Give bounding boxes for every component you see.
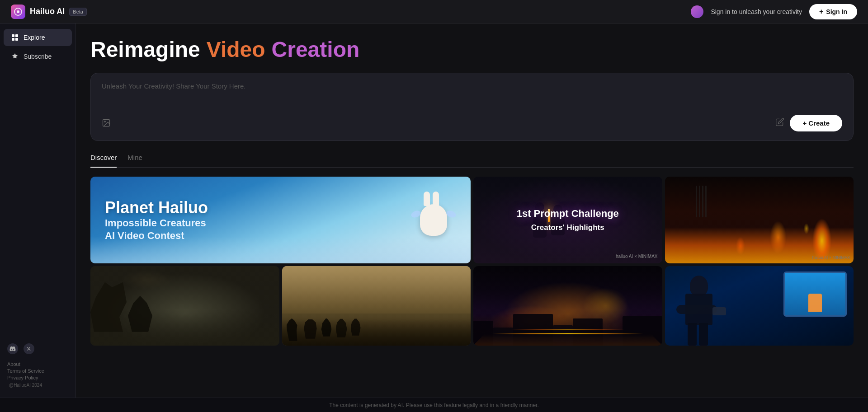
- footer-terms[interactable]: Terms of Service: [7, 368, 68, 374]
- edit-icon-button[interactable]: [775, 117, 784, 129]
- creature-2: [127, 296, 154, 332]
- battle-figures: [90, 282, 279, 332]
- challenge-title: 1st Prompt Challenge: [481, 208, 655, 220]
- prompt-actions: + Create: [102, 115, 842, 131]
- card-cavalry[interactable]: [282, 266, 471, 346]
- game-character: [808, 294, 822, 312]
- fire-brand-text: hailuo AI × MINIMAX: [812, 255, 850, 260]
- sidebar-item-explore-label: Explore: [24, 34, 45, 41]
- header: Hailuo AI Beta Sign in to unleash your c…: [0, 0, 868, 23]
- boy-leg-2: [699, 323, 708, 346]
- rider-5: [351, 318, 361, 336]
- card-city-night[interactable]: [473, 266, 662, 346]
- header-left: Hailuo AI Beta: [11, 5, 87, 19]
- sidebar-item-subscribe-label: Subscribe: [24, 53, 52, 60]
- tab-discover[interactable]: Discover: [90, 154, 117, 168]
- headline-reimagine: Reimagine: [90, 38, 200, 62]
- light-streak-2: [511, 329, 625, 330]
- rider-2: [304, 318, 317, 339]
- sign-in-button[interactable]: Sign In: [809, 4, 857, 19]
- footer-bar: The content is generated by AI. Please u…: [0, 398, 868, 412]
- discord-icon[interactable]: [7, 343, 18, 354]
- header-right: Sign in to unleash your creativity Sign …: [691, 4, 857, 19]
- headline-video: Video: [207, 38, 265, 62]
- road-lights: [473, 334, 662, 346]
- game-screen: [783, 272, 847, 317]
- beta-badge: Beta: [69, 8, 87, 16]
- tabs: Discover Mine: [90, 154, 854, 168]
- user-avatar-icon: [691, 5, 703, 18]
- planet-hailuo-subtitle1: Impossible Creatures: [105, 217, 208, 230]
- bunny-wings: [411, 211, 456, 220]
- rider-1: [287, 318, 300, 341]
- footer-about[interactable]: About: [7, 361, 68, 367]
- cavalry-riders: [282, 300, 471, 346]
- tab-mine[interactable]: Mine: [127, 154, 142, 168]
- twitter-x-icon[interactable]: [24, 343, 34, 354]
- boy-arms: [676, 305, 717, 314]
- rider-4: [336, 318, 347, 337]
- headline-creation: Creation: [272, 38, 360, 62]
- boy-leg-1: [688, 323, 697, 346]
- light-streak-1: [492, 333, 643, 334]
- challenge-branding: hailuo AI × MINIMAX: [616, 254, 658, 259]
- copyright: @HailuoAI 2024: [7, 382, 68, 389]
- sidebar-top: Explore Subscribe: [0, 29, 75, 65]
- star-icon: [11, 52, 19, 61]
- svg-point-1: [17, 10, 19, 13]
- wing-right: [445, 209, 457, 219]
- boy-head: [690, 276, 708, 296]
- headline: Reimagine Video Creation: [90, 38, 854, 62]
- controller: [712, 307, 726, 315]
- logo-icon: [11, 5, 25, 19]
- video-grid: Planet Hailuo Impossible Creatures AI Vi…: [90, 177, 854, 346]
- prompt-area: + Create: [90, 73, 854, 141]
- footer-notice: The content is generated by AI. Please u…: [329, 402, 539, 408]
- main-content: Reimagine Video Creation: [76, 23, 868, 398]
- challenge-subtitle: Creators' Highlights: [481, 223, 655, 232]
- create-button[interactable]: + Create: [790, 115, 842, 131]
- footer-links: About Terms of Service Privacy Policy @H…: [5, 360, 70, 390]
- creature-1: [90, 282, 127, 332]
- social-icons: [5, 340, 70, 358]
- fire-branding: hailuo AI × MINIMAX: [812, 255, 850, 260]
- rider-group: [287, 318, 361, 341]
- card-prompt-challenge[interactable]: 1st Prompt Challenge Creators' Highlight…: [473, 177, 662, 263]
- footer-privacy[interactable]: Privacy Policy: [7, 375, 68, 380]
- wing-left: [410, 209, 421, 219]
- card-battle-scene[interactable]: [90, 266, 279, 346]
- sidebar-item-subscribe[interactable]: Subscribe: [4, 48, 72, 65]
- sidebar: Explore Subscribe: [0, 23, 76, 398]
- card-fire-scene[interactable]: hailuo AI × MINIMAX: [665, 177, 854, 263]
- body-layout: Explore Subscribe: [0, 23, 868, 398]
- bunny-body: [420, 204, 447, 236]
- challenge-brand-text: hailuo AI × MINIMAX: [616, 254, 658, 259]
- rocks-top: [90, 271, 279, 289]
- sign-in-prompt: Sign in to unleash your creativity: [711, 8, 802, 15]
- image-upload-button[interactable]: [102, 118, 111, 127]
- svg-rect-5: [15, 38, 18, 41]
- sidebar-bottom: About Terms of Service Privacy Policy @H…: [0, 340, 75, 390]
- card-planet-hailuo[interactable]: Planet Hailuo Impossible Creatures AI Vi…: [90, 177, 471, 263]
- prompt-input[interactable]: [102, 82, 842, 109]
- sidebar-item-explore[interactable]: Explore: [4, 29, 72, 46]
- svg-point-7: [104, 121, 106, 122]
- card-gaming[interactable]: [665, 266, 854, 346]
- rider-3: [321, 318, 332, 337]
- sky-gradient: [90, 236, 471, 263]
- svg-rect-4: [12, 38, 14, 41]
- svg-rect-2: [12, 34, 14, 37]
- grid-icon: [11, 33, 19, 42]
- svg-rect-3: [15, 34, 18, 37]
- prompt-icons: [102, 118, 111, 127]
- planet-hailuo-text: Planet Hailuo Impossible Creatures AI Vi…: [105, 198, 208, 242]
- boy-silhouette: [674, 273, 728, 346]
- logo-text: Hailuo AI: [30, 7, 65, 16]
- planet-hailuo-title: Planet Hailuo: [105, 198, 208, 217]
